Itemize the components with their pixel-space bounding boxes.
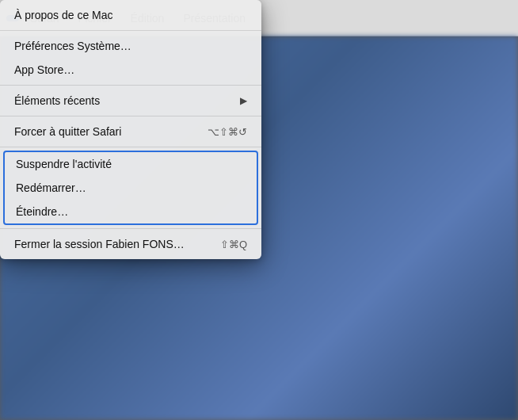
separator-3 (0, 116, 261, 116)
apple-dropdown-menu: À propos de ce Mac Préférences Système… … (0, 0, 261, 259)
menu-item-sleep-label: Suspendre l'activité (16, 158, 112, 170)
menu-item-about[interactable]: À propos de ce Mac (0, 3, 261, 27)
menu-item-shutdown[interactable]: Éteindre… (5, 200, 257, 223)
menu-item-force-quit[interactable]: Forcer à quitter Safari ⌥⇧⌘↺ (0, 120, 261, 143)
separator-5 (0, 228, 261, 229)
recents-arrow-icon: ▶ (240, 95, 247, 106)
menu-item-recents-label: Éléments récents (14, 94, 100, 107)
menu-item-shutdown-label: Éteindre… (16, 205, 68, 218)
menu-item-about-label: À propos de ce Mac (14, 9, 113, 21)
force-quit-shortcut: ⌥⇧⌘↺ (208, 126, 247, 138)
separator-4 (0, 147, 261, 147)
menu-item-recents[interactable]: Éléments récents ▶ (0, 89, 261, 113)
menu-item-force-quit-label: Forcer à quitter Safari (14, 125, 121, 138)
menu-item-prefs-label: Préférences Système… (14, 40, 131, 52)
menu-item-logout[interactable]: Fermer la session Fabien FONS… ⇧⌘Q (0, 232, 261, 256)
menu-item-logout-label: Fermer la session Fabien FONS… (14, 238, 185, 250)
separator-2 (0, 85, 261, 86)
menu-item-sleep[interactable]: Suspendre l'activité (5, 152, 257, 176)
menu-item-appstore-label: App Store… (14, 63, 74, 76)
menu-item-restart[interactable]: Redémarrer… (5, 176, 257, 200)
power-menu-group: Suspendre l'activité Redémarrer… Éteindr… (3, 151, 258, 225)
separator-1 (0, 30, 261, 31)
menu-item-appstore[interactable]: App Store… (0, 58, 261, 82)
menu-item-restart-label: Redémarrer… (16, 181, 86, 194)
menu-item-prefs[interactable]: Préférences Système… (0, 34, 261, 58)
logout-shortcut: ⇧⌘Q (220, 239, 247, 250)
